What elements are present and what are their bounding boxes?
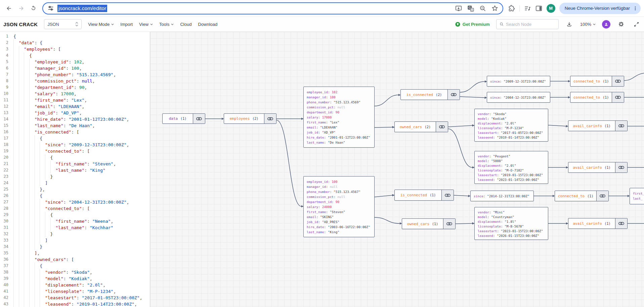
editor-line[interactable]: 25 }, [0, 186, 150, 193]
menu-download[interactable]: Download [198, 22, 217, 27]
node-expand-button[interactable] [615, 162, 627, 172]
editor-line[interactable]: 19 "connected_to": [ [0, 148, 150, 154]
search-node-input[interactable] [506, 22, 555, 27]
account-avatar[interactable] [602, 20, 610, 29]
graph-node-since2004[interactable]: since: "2004-12-31T23:00:00Z" [487, 92, 550, 103]
node-expand-button[interactable] [612, 76, 624, 86]
settings-button[interactable] [617, 20, 626, 29]
editor-line[interactable]: 30 "first_name": "Neena", [0, 218, 150, 224]
extensions-icon[interactable] [508, 5, 515, 12]
editor-line[interactable]: 33 ] [0, 237, 150, 244]
zoom-select[interactable]: 100% [580, 22, 596, 27]
editor-line[interactable]: 9 "department_id": 90, [0, 84, 150, 91]
graph-node-since2009[interactable]: since: "2009-12-31T23:00:00Z" [487, 76, 550, 87]
graph-node-is_connected1[interactable]: is_connected(1) [394, 190, 454, 201]
graph-node-emp100[interactable]: employee_id: 100manager_id: nullphone_nu… [303, 176, 375, 237]
editor-line[interactable]: 2 "data": { [0, 40, 150, 46]
editor-line[interactable]: 4 { [0, 52, 150, 59]
back-button[interactable] [3, 3, 15, 14]
node-expand-button[interactable] [612, 92, 624, 102]
node-expand-button[interactable] [436, 122, 448, 132]
editor-line[interactable]: 35 ], [0, 250, 150, 256]
download-image-button[interactable] [565, 20, 574, 29]
editor-line[interactable]: 12 "email": "LDEHAAN", [0, 103, 150, 110]
graph-node-owned_cars1[interactable]: owned_cars(1) [402, 218, 456, 229]
editor-line[interactable]: 28 "connected_to": [ [0, 205, 150, 212]
editor-line[interactable]: 31 "last_name": "Kochhar" [0, 224, 150, 231]
graph-node-connected_to1[interactable]: connected_to(1) [570, 76, 624, 87]
translate-icon[interactable]: G A [467, 5, 474, 12]
get-premium-button[interactable]: Get Premium [455, 21, 490, 27]
node-expand-button[interactable] [596, 191, 608, 201]
editor-line[interactable]: 29 { [0, 212, 150, 218]
menu-view-mode[interactable]: View Mode [88, 22, 114, 27]
node-expand-button[interactable] [615, 121, 627, 131]
editor-line[interactable]: 36 "owned_cars": [ [0, 256, 150, 263]
graph-canvas[interactable]: data(1)employees(2)employee_id: 102manag… [150, 32, 644, 307]
graph-node-emp102[interactable]: employee_id: 102manager_id: 100phone_num… [303, 87, 375, 148]
reload-button[interactable] [28, 3, 39, 14]
editor-line[interactable]: 41 "licenseplate": "M-P-1234", [0, 288, 150, 295]
address-bar[interactable]: jsoncrack.com/editor G A [42, 2, 503, 14]
graph-node-data[interactable]: data(1) [162, 113, 205, 124]
editor-line[interactable]: 34 } [0, 244, 150, 250]
node-expand-button[interactable] [615, 218, 627, 228]
node-expand-button[interactable] [441, 190, 454, 200]
editor-line[interactable]: 10 "salary": 17000, [0, 91, 150, 97]
editor-line[interactable]: 23 } [0, 173, 150, 180]
graph-node-avail3[interactable]: avail_carinfo(1) [568, 218, 628, 229]
editor-line[interactable]: 1{ [0, 33, 150, 40]
editor-line[interactable]: 24 ] [0, 180, 150, 186]
editor-line[interactable]: 39 "model": "Kodiak", [0, 275, 150, 282]
graph-node-mini[interactable]: vendor: "Mini"model: "Countryman"displac… [474, 207, 548, 240]
install-app-icon[interactable] [455, 5, 462, 12]
graph-node-employees[interactable]: employees(2) [224, 113, 276, 124]
graph-node-owned_cars2[interactable]: owned_cars(2) [394, 121, 448, 132]
node-expand-button[interactable] [193, 114, 205, 123]
graph-node-partial[interactable]: first_last_ [630, 188, 644, 204]
editor-line[interactable]: 18 "since": "2009-12-31T23:00:00Z", [0, 142, 150, 148]
editor-line[interactable]: 32 } [0, 231, 150, 237]
profile-avatar[interactable]: M [547, 4, 555, 13]
graph-node-since2014[interactable]: since: "2014-12-31T23:00:00Z" [470, 191, 534, 201]
editor-line[interactable]: 22 "last_name": "King" [0, 167, 150, 173]
editor-line[interactable]: 11 "first_name": "Lex", [0, 97, 150, 103]
site-settings-icon[interactable] [47, 5, 54, 12]
search-node-box[interactable] [496, 19, 559, 29]
menu-tools[interactable]: Tools [159, 22, 174, 27]
editor-line[interactable]: 3 "employees": [ [0, 46, 150, 52]
graph-node-avail2[interactable]: avail_carinfo(1) [568, 162, 628, 173]
bookmark-star-icon[interactable] [491, 5, 499, 12]
graph-node-is_connected2[interactable]: is_connected(2) [400, 89, 460, 100]
editor-line[interactable]: 16 "is_connected": [ [0, 129, 150, 135]
editor-line[interactable]: 15 "last_name": "De Haan", [0, 122, 150, 129]
editor-line[interactable]: 43 "leaseend": "2019-01-14T23:00:00Z", [0, 301, 150, 307]
editor-line[interactable]: 38 "vendor": "Skoda", [0, 269, 150, 275]
editor-line[interactable]: 13 "job_id": "AD_VP", [0, 110, 150, 116]
menu-view[interactable]: View [139, 22, 153, 27]
node-expand-button[interactable] [264, 114, 276, 123]
json-editor[interactable]: 1{2 "data": {3 "employees": [4 {5 "emplo… [0, 32, 150, 307]
graph-node-avail1[interactable]: avail_carinfo(1) [568, 120, 628, 131]
zoom-out-icon[interactable] [479, 5, 486, 12]
editor-line[interactable]: 7 "phone_number": "515.123.4569", [0, 71, 150, 78]
url-text[interactable]: jsoncrack.com/editor [57, 5, 107, 12]
editor-line[interactable]: 8 "commission_pct": null, [0, 78, 150, 84]
node-expand-button[interactable] [443, 219, 455, 229]
format-select[interactable]: JSON [44, 19, 82, 29]
editor-line[interactable]: 5 "employee_id": 102, [0, 59, 150, 65]
menu-import[interactable]: Import [120, 22, 133, 27]
graph-node-connected_to3[interactable]: connected_to(1) [555, 191, 609, 201]
editor-line[interactable]: 14 "hire_date": "2001-01-12T23:00:00Z", [0, 116, 150, 122]
forward-button[interactable] [15, 3, 27, 14]
editor-line[interactable]: 40 "displacement": "2.0l", [0, 282, 150, 288]
menu-cloud[interactable]: Cloud [180, 22, 191, 27]
node-expand-button[interactable] [447, 90, 460, 100]
editor-line[interactable]: 21 "first_name": "Steven", [0, 161, 150, 167]
editor-line[interactable]: 6 "manager_id": 100, [0, 65, 150, 71]
editor-line[interactable]: 17 { [0, 135, 150, 142]
app-logo[interactable]: JSON CRACK [3, 21, 38, 27]
side-panel-icon[interactable] [535, 5, 543, 12]
fullscreen-button[interactable] [632, 20, 641, 29]
graph-node-peugeot[interactable]: vendor: "Peugeot"model: "5008"displaceme… [474, 151, 548, 184]
